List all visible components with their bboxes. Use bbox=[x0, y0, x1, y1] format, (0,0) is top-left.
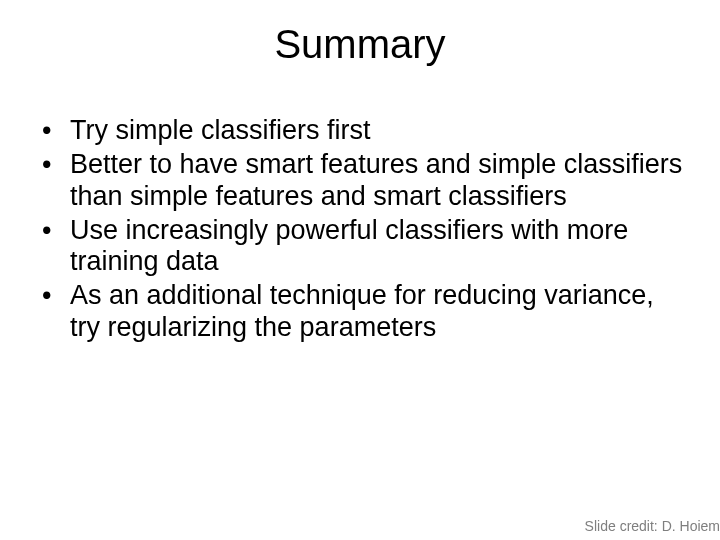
slide: Summary Try simple classifiers first Bet… bbox=[0, 0, 720, 540]
list-item: As an additional technique for reducing … bbox=[42, 280, 690, 344]
list-item: Better to have smart features and simple… bbox=[42, 149, 690, 213]
slide-title: Summary bbox=[30, 22, 690, 67]
bullet-list: Try simple classifiers first Better to h… bbox=[30, 115, 690, 344]
list-item: Try simple classifiers first bbox=[42, 115, 690, 147]
slide-credit: Slide credit: D. Hoiem bbox=[585, 518, 720, 534]
list-item: Use increasingly powerful classifiers wi… bbox=[42, 215, 690, 279]
